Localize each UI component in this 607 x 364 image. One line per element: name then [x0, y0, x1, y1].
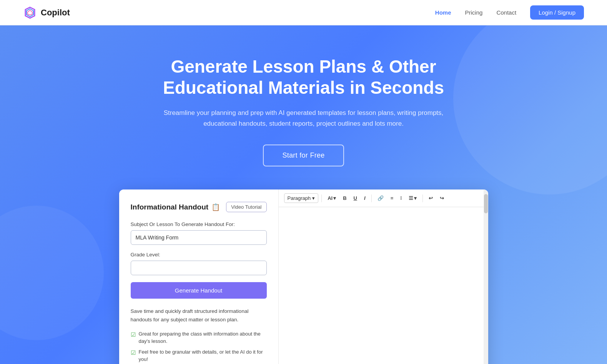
align-icon: ☰ [409, 195, 413, 201]
bold-label: B [343, 195, 346, 201]
nav-link-pricing[interactable]: Pricing [465, 9, 483, 16]
panel-title-area: Informational Handout 📋 [131, 203, 220, 211]
ai-chevron: ▾ [333, 195, 336, 201]
subject-input[interactable] [131, 230, 267, 245]
paragraph-select[interactable]: Paragraph ▾ [284, 193, 319, 203]
toolbar-divider-1 [321, 194, 322, 202]
ai-button[interactable]: AI ▾ [325, 193, 339, 203]
paragraph-chevron: ▾ [312, 195, 315, 201]
ai-label: AI [328, 195, 333, 201]
align-chevron: ▾ [414, 195, 417, 201]
link-button[interactable]: 🔗 [375, 193, 386, 203]
right-panel: Paragraph ▾ AI ▾ B U I 🔗 [279, 189, 488, 364]
logo-area: Copilot [23, 6, 70, 20]
undo-button[interactable]: ↩ [426, 193, 436, 203]
align-button[interactable]: ☰ ▾ [406, 193, 419, 203]
nav-link-contact[interactable]: Contact [496, 9, 516, 16]
app-card: Informational Handout 📋 Video Tutorial S… [119, 189, 488, 364]
toolbar-divider-2 [371, 194, 372, 202]
panel-title: Informational Handout [131, 203, 209, 211]
bold-button[interactable]: B [340, 193, 349, 203]
login-signup-button[interactable]: Login / Signup [530, 5, 584, 20]
checklist-item-1: ☑ Great for preparing the class with inf… [131, 330, 267, 345]
editor-body[interactable] [279, 207, 488, 364]
start-for-free-button[interactable]: Start for Free [263, 145, 344, 166]
document-icon: 📋 [211, 203, 220, 211]
grade-label: Grade Level: [131, 252, 267, 258]
scrollbar-track[interactable] [484, 189, 488, 364]
grade-input[interactable] [131, 261, 267, 275]
bullet-list-button[interactable]: ≡ [388, 193, 396, 203]
italic-button[interactable]: I [361, 193, 368, 203]
checklist-item-2: ☑ Feel free to be granular with details,… [131, 348, 267, 363]
scrollbar-thumb[interactable] [484, 194, 488, 213]
subject-label: Subject Or Lesson To Generate Handout Fo… [131, 221, 267, 227]
checklist: ☑ Great for preparing the class with inf… [131, 330, 267, 363]
check-icon-2: ☑ [131, 349, 136, 357]
numbered-list-button[interactable]: ⁝ [397, 193, 404, 203]
navbar: Copilot Home Pricing Contact Login / Sig… [0, 0, 607, 25]
hero-subtitle: Streamline your planning and prep with A… [158, 108, 450, 129]
logo-text: Copilot [41, 8, 70, 18]
editor-toolbar: Paragraph ▾ AI ▾ B U I 🔗 [279, 189, 488, 207]
nav-links: Home Pricing Contact Login / Signup [435, 5, 584, 20]
left-panel: Informational Handout 📋 Video Tutorial S… [119, 189, 279, 364]
hero-section: Generate Lesson Plans & Other Educationa… [0, 25, 607, 364]
checklist-item-1-text: Great for preparing the class with infor… [139, 330, 267, 345]
panel-header: Informational Handout 📋 Video Tutorial [131, 202, 267, 212]
check-icon-1: ☑ [131, 331, 136, 339]
video-tutorial-button[interactable]: Video Tutorial [226, 202, 266, 212]
underline-button[interactable]: U [351, 193, 360, 203]
paragraph-label: Paragraph [288, 195, 311, 201]
hero-title: Generate Lesson Plans & Other Educationa… [146, 56, 461, 98]
generate-handout-button[interactable]: Generate Handout [131, 282, 267, 299]
redo-button[interactable]: ↪ [437, 193, 447, 203]
italic-label: I [364, 195, 366, 201]
underline-label: U [354, 195, 357, 201]
panel-description: Save time and quickly draft structured i… [131, 307, 267, 324]
svg-marker-2 [28, 10, 32, 15]
nav-link-home[interactable]: Home [435, 9, 451, 16]
copilot-logo-icon [23, 6, 37, 20]
checklist-item-2-text: Feel free to be granular with details, o… [139, 348, 267, 363]
toolbar-divider-3 [422, 194, 423, 202]
